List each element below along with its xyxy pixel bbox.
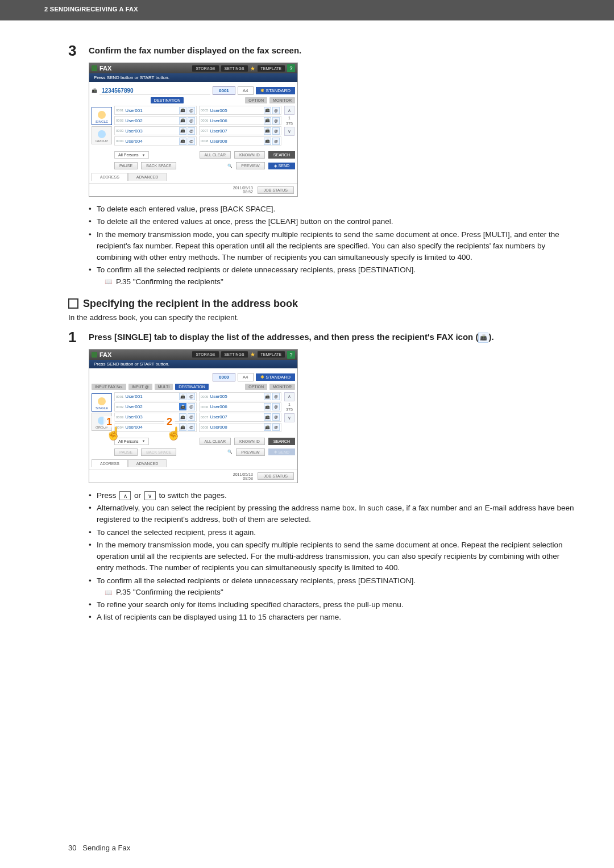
- email-icon[interactable]: @: [188, 127, 195, 135]
- resolution-mode[interactable]: STANDARD: [256, 87, 295, 94]
- fax-icon[interactable]: 📠: [179, 393, 186, 400]
- all-clear-button[interactable]: ALL CLEAR: [200, 151, 231, 159]
- advanced-tab[interactable]: ADVANCED: [128, 173, 167, 181]
- template-button[interactable]: TEMPLATE: [258, 65, 285, 72]
- page-up-button[interactable]: ∧: [284, 392, 294, 401]
- email-icon[interactable]: @: [272, 127, 280, 135]
- fax-icon[interactable]: 📠: [264, 107, 271, 114]
- address-list: 0001User001📠@0005User005📠@0002User002📠@0…: [114, 392, 281, 432]
- email-icon[interactable]: @: [188, 413, 195, 421]
- email-icon[interactable]: @: [272, 117, 280, 124]
- input-at-tab[interactable]: INPUT @: [128, 384, 152, 390]
- fax-icon[interactable]: 📠: [264, 393, 271, 400]
- single-tab[interactable]: SINGLE: [92, 107, 112, 125]
- storage-button[interactable]: STORAGE: [192, 65, 218, 72]
- fax-instruction: Press SEND button or START button.: [89, 360, 297, 368]
- known-id-button[interactable]: KNOWN ID: [234, 438, 265, 445]
- email-icon[interactable]: @: [188, 138, 195, 145]
- fax-icon[interactable]: 📠: [264, 127, 271, 135]
- email-icon[interactable]: @: [188, 393, 195, 400]
- address-tab[interactable]: ADDRESS: [92, 173, 128, 181]
- advanced-tab[interactable]: ADVANCED: [128, 459, 167, 467]
- address-entry[interactable]: 0008User008📠@: [199, 136, 281, 146]
- fax-icon[interactable]: 📠: [264, 403, 271, 410]
- fax-icon[interactable]: 📠: [179, 403, 186, 410]
- all-clear-button[interactable]: ALL CLEAR: [200, 438, 231, 445]
- filter-dropdown[interactable]: All Persons: [114, 151, 149, 159]
- step-1-notes: Press ∧ or ∨ to switch the pages. Altern…: [89, 490, 574, 624]
- address-entry[interactable]: 0007User007📠@: [199, 413, 281, 422]
- note-item: To cancel the selected recipient, press …: [89, 527, 574, 538]
- address-entry[interactable]: 0001User001📠@: [114, 392, 197, 401]
- fax-icon[interactable]: 📠: [179, 138, 186, 145]
- address-entry[interactable]: 0006User006📠@: [199, 116, 281, 125]
- known-id-button[interactable]: KNOWN ID: [234, 151, 265, 159]
- email-icon[interactable]: @: [272, 423, 280, 431]
- job-status-button[interactable]: JOB STATUS: [258, 186, 294, 194]
- address-entry[interactable]: 0005User005📠@: [199, 392, 281, 401]
- help-icon[interactable]: ?: [287, 64, 295, 72]
- address-entry[interactable]: 0002User002📠@: [114, 116, 197, 125]
- backspace-button[interactable]: BACK SPACE: [141, 162, 176, 169]
- destination-tab[interactable]: DESTINATION: [151, 97, 184, 103]
- destination-tab[interactable]: DESTINATION: [175, 384, 209, 390]
- email-icon[interactable]: @: [272, 138, 280, 145]
- page-down-button[interactable]: ∨: [284, 413, 294, 422]
- fax-icon[interactable]: 📠: [264, 423, 271, 431]
- email-icon[interactable]: @: [188, 107, 195, 114]
- template-button[interactable]: TEMPLATE: [258, 351, 285, 358]
- preview-button[interactable]: PREVIEW: [236, 162, 264, 169]
- email-icon[interactable]: @: [188, 423, 195, 431]
- email-icon[interactable]: @: [272, 393, 280, 400]
- address-entry[interactable]: 0004User004📠@: [114, 136, 197, 146]
- single-tab[interactable]: SINGLE: [92, 393, 112, 412]
- page-up-button[interactable]: ∧: [284, 106, 294, 115]
- fax-title: FAX: [92, 351, 111, 358]
- email-icon[interactable]: @: [272, 413, 280, 421]
- fax-icon[interactable]: 📠: [264, 413, 271, 421]
- pointer-icon-1: ☝: [106, 426, 121, 441]
- fax-icon[interactable]: 📠: [264, 117, 271, 124]
- pause-button[interactable]: PAUSE: [114, 162, 138, 169]
- address-entry[interactable]: 0003User003📠@: [114, 126, 197, 135]
- address-entry[interactable]: 0008User008📠@: [199, 423, 281, 432]
- storage-button[interactable]: STORAGE: [192, 351, 218, 358]
- address-entry[interactable]: 0003User003📠@: [114, 413, 197, 422]
- search-button[interactable]: SEARCH: [268, 151, 295, 159]
- fax-icon[interactable]: 📠: [179, 413, 186, 421]
- address-entry[interactable]: 0004User004📠@: [114, 423, 197, 432]
- option-tab[interactable]: OPTION: [245, 384, 267, 390]
- email-icon[interactable]: @: [188, 403, 195, 410]
- settings-button[interactable]: SETTINGS: [221, 65, 248, 72]
- address-entry[interactable]: 0006User006📠@: [199, 402, 281, 412]
- paper-size: A4: [238, 373, 254, 381]
- fax-icon[interactable]: 📠: [179, 117, 186, 124]
- help-icon[interactable]: ?: [287, 351, 295, 359]
- email-icon[interactable]: @: [272, 107, 280, 114]
- fax-icon[interactable]: 📠: [179, 107, 186, 114]
- address-entry[interactable]: 0002User002📠@: [114, 402, 197, 412]
- email-icon[interactable]: @: [272, 403, 280, 410]
- input-fax-no-tab[interactable]: INPUT FAX No.: [92, 384, 126, 390]
- page-down-button[interactable]: ∨: [284, 127, 294, 136]
- preview-button[interactable]: PREVIEW: [236, 448, 264, 456]
- address-tab[interactable]: ADDRESS: [92, 459, 128, 467]
- send-button[interactable]: ◈ SEND: [268, 163, 295, 169]
- search-button[interactable]: SEARCH: [268, 438, 295, 445]
- monitor-tab[interactable]: MONITOR: [269, 97, 295, 103]
- group-tab[interactable]: GROUP: [92, 126, 112, 144]
- monitor-tab[interactable]: MONITOR: [269, 384, 295, 390]
- address-entry[interactable]: 0001User001📠@: [114, 106, 197, 115]
- fax-icon[interactable]: 📠: [179, 127, 186, 135]
- email-icon[interactable]: @: [188, 117, 195, 124]
- fax-icon[interactable]: 📠: [264, 138, 271, 145]
- up-key-icon: ∧: [119, 491, 131, 500]
- settings-button[interactable]: SETTINGS: [221, 351, 248, 358]
- resolution-mode[interactable]: STANDARD: [256, 373, 295, 381]
- address-entry[interactable]: 0005User005📠@: [199, 106, 281, 115]
- address-entry[interactable]: 0007User007📠@: [199, 126, 281, 135]
- multi-tab[interactable]: MULTI: [155, 384, 173, 390]
- option-tab[interactable]: OPTION: [245, 97, 267, 103]
- phone-icon: 📠: [92, 88, 97, 93]
- job-status-button[interactable]: JOB STATUS: [258, 472, 294, 480]
